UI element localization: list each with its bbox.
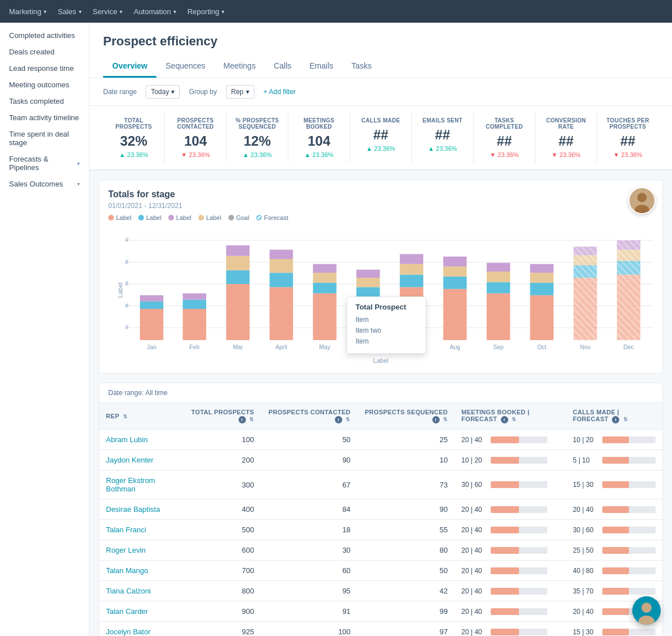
chart-section: Totals for stage 01/01/2021 - 12/31/2021… [99, 180, 663, 374]
rep-name-link[interactable]: Roger Levin [106, 546, 146, 554]
calls-forecast-value: 30 | 60 [573, 526, 598, 534]
col-prospects-contacted: PROSPECTS CONTACTED i ⇅ [261, 403, 357, 430]
legend-dot [198, 215, 204, 221]
nav-item-service[interactable]: Service ▾ [93, 7, 122, 16]
meetings-progress-bar [491, 629, 547, 635]
total-prospects-cell: 925 [178, 622, 261, 637]
meetings-forecast-value: 20 | 40 [461, 526, 486, 534]
tab-overview[interactable]: Overview [103, 56, 156, 78]
sidebar-item-completed-activities[interactable]: Completed activities [0, 27, 89, 44]
meetings-progress-fill [491, 527, 519, 533]
rep-name-link[interactable]: Desirae Baptista [106, 505, 160, 514]
nav-item-automation[interactable]: Automation ▾ [134, 7, 176, 16]
calls-forecast-cell: 40 | 80 [566, 561, 662, 581]
rep-name-link[interactable]: Talan Franci [106, 525, 146, 534]
top-navigation: Marketing ▾ Sales ▾ Service ▾ Automation… [0, 0, 672, 23]
sort-icon[interactable]: ⇅ [443, 417, 448, 422]
meetings-progress-fill [491, 481, 519, 488]
calls-progress-fill [602, 608, 629, 615]
rep-name-link[interactable]: Jaydon Kenter [106, 456, 154, 464]
rep-name-cell: Desirae Baptista [99, 499, 178, 520]
svg-text:Jan: Jan [147, 344, 156, 350]
stat-change: 23.36% [538, 151, 594, 158]
svg-rect-30 [313, 264, 336, 273]
sidebar-item-sales-outcomes[interactable]: Sales Outcomes ▾ [0, 176, 89, 192]
rep-name-cell: Jaydon Kenter [99, 450, 178, 470]
col-prospects-sequenced: PROSPECTS SEQUENCED i ⇅ [358, 403, 455, 430]
calls-forecast-value: 25 | 50 [573, 546, 598, 554]
rep-name-link[interactable]: Jocelyn Bator [106, 627, 151, 636]
stat-calls-made: CALLS MADE ## 23.36% [350, 113, 412, 163]
stats-row: TOTAL PROSPECTS 32% 23.36% PROSPECTS CON… [90, 106, 672, 171]
prospects-sequenced-cell: 10 [358, 450, 455, 470]
meetings-progress-fill [491, 506, 519, 513]
rep-name-cell: Talan Mango [99, 561, 178, 581]
sidebar-item-forecasts-pipelines[interactable]: Forecasts & Pipelines ▾ [0, 151, 89, 176]
avatar [628, 187, 656, 214]
col-total-prospects: TOTAL PROSPECTS i ⇅ [178, 403, 261, 430]
add-filter-button[interactable]: + Add filter [263, 88, 296, 96]
rep-name-link[interactable]: Tiana Calzoni [106, 587, 151, 595]
tab-emails[interactable]: Emails [300, 56, 342, 78]
svg-rect-38 [400, 254, 423, 264]
rep-name-link[interactable]: Abram Lubin [106, 435, 148, 444]
svg-rect-14 [140, 302, 163, 309]
total-prospects-cell: 500 [178, 520, 261, 540]
calls-forecast-cell: 15 | 30 [566, 470, 662, 499]
sort-icon[interactable]: ⇅ [512, 417, 516, 422]
chart-legend: Label Label Label Label Goal [108, 214, 653, 221]
sort-icon[interactable]: ⇅ [346, 417, 350, 422]
total-prospects-cell: 400 [178, 499, 261, 520]
tab-calls[interactable]: Calls [265, 56, 300, 78]
nav-item-sales[interactable]: Sales ▾ [58, 7, 82, 16]
calls-forecast-value: 35 | 70 [573, 587, 598, 595]
total-prospects-cell: 600 [178, 540, 261, 561]
chat-avatar-button[interactable] [632, 596, 661, 625]
nav-item-reporting[interactable]: Reporting ▾ [188, 7, 224, 16]
nav-item-marketing[interactable]: Marketing ▾ [9, 7, 46, 16]
calls-progress-fill [602, 527, 629, 533]
calls-progress-fill [602, 547, 629, 554]
stat-prospects-contacted: PROSPECTS CONTACTED 104 23.36% [165, 113, 227, 163]
info-icon: i [612, 416, 619, 423]
meetings-forecast-cell: 20 | 40 [454, 622, 566, 637]
group-by-label: Group by [189, 88, 216, 96]
svg-text:#: # [125, 258, 129, 265]
meetings-forecast-cell: 20 | 40 [454, 499, 566, 520]
prospects-contacted-cell: 67 [261, 470, 357, 499]
sidebar-item-deals-created[interactable]: Deals created [0, 44, 89, 60]
rep-name-link[interactable]: Talan Carder [106, 607, 148, 616]
rep-name-cell: Jocelyn Bator [99, 622, 178, 637]
svg-rect-47 [530, 295, 554, 340]
sidebar-item-time-spent-in-deal-stage[interactable]: Time spent in deal stage [0, 126, 89, 151]
chevron-down-icon: ▾ [173, 9, 176, 15]
date-range-button[interactable]: Today ▾ [146, 85, 180, 99]
group-by-button[interactable]: Rep ▾ [226, 85, 254, 99]
sort-icon[interactable]: ⇅ [123, 414, 127, 419]
rep-name-link[interactable]: Roger Ekstrom Bothman [106, 476, 155, 493]
svg-text:Sep: Sep [493, 344, 503, 350]
calls-progress-bar [602, 457, 656, 464]
stat-touches-per-prospects: TOUCHES PER PROSPECTS ## 23.36% [597, 113, 658, 163]
svg-rect-46 [487, 263, 510, 272]
calls-progress-bar [602, 629, 656, 635]
svg-rect-26 [270, 250, 293, 260]
calls-forecast-cell: 20 | 40 [566, 499, 662, 520]
stat-value: ## [538, 133, 594, 149]
calls-forecast-value: 40 | 80 [573, 567, 598, 575]
sort-icon[interactable]: ⇅ [623, 417, 628, 422]
sidebar-item-lead-response-time[interactable]: Lead response time [0, 60, 89, 77]
tab-tasks[interactable]: Tasks [342, 56, 381, 78]
sidebar-item-tasks-completed[interactable]: Tasks completed [0, 93, 89, 109]
sort-icon[interactable]: ⇅ [249, 417, 254, 422]
meetings-progress-bar [491, 588, 547, 595]
stat-change: 23.36% [229, 151, 286, 158]
svg-rect-36 [400, 275, 423, 287]
stat-value: ## [414, 127, 471, 143]
tab-meetings[interactable]: Meetings [214, 56, 265, 78]
table-row: Abram Lubin 100 50 25 20 | 40 10 | 20 [99, 430, 662, 450]
tab-sequences[interactable]: Sequences [156, 56, 214, 78]
rep-name-link[interactable]: Talan Mango [106, 566, 148, 575]
sidebar-item-team-activity-timeline[interactable]: Team activity timeline [0, 109, 89, 126]
sidebar-item-meeting-outcomes[interactable]: Meeting outcomes [0, 77, 89, 93]
